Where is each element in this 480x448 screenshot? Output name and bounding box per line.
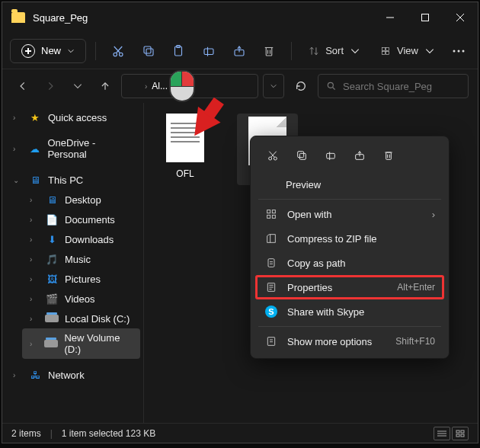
svg-rect-51 <box>267 210 270 213</box>
forward-button[interactable] <box>39 75 62 98</box>
new-button[interactable]: New <box>10 39 86 63</box>
up-button[interactable] <box>94 75 117 98</box>
status-count: 2 items <box>11 428 41 439</box>
ctx-delete-button[interactable] <box>376 144 402 167</box>
ctx-compress-zip[interactable]: Compress to ZIP file <box>255 226 444 251</box>
svg-point-5 <box>119 53 123 56</box>
address-segment[interactable]: Al... <box>152 81 168 91</box>
sidebar-quick-access[interactable]: ›★Quick access <box>5 107 140 127</box>
recent-button[interactable] <box>66 75 89 98</box>
svg-point-26 <box>457 50 459 52</box>
svg-rect-1 <box>422 14 429 21</box>
nav-row: › Al... › Search Square_Peg <box>2 69 478 103</box>
chevron-right-icon: › <box>432 209 435 220</box>
ctx-preview[interactable]: Preview <box>255 173 444 197</box>
svg-point-4 <box>114 53 117 56</box>
svg-rect-44 <box>327 153 335 158</box>
svg-rect-35 <box>461 430 464 433</box>
titlebar: Square_Peg <box>2 2 478 33</box>
copy-path-icon <box>264 257 278 269</box>
icons-view-button[interactable] <box>452 427 469 440</box>
sidebar-videos[interactable]: ›🎬Videos <box>22 289 140 309</box>
cut-button[interactable] <box>105 37 131 65</box>
svg-rect-22 <box>386 47 389 50</box>
view-button[interactable]: View <box>373 40 443 61</box>
sidebar-new-volume-d[interactable]: ›New Volume (D:) <box>22 328 140 359</box>
properties-icon <box>264 281 278 293</box>
chevron-down-icon <box>350 46 360 56</box>
sidebar-onedrive[interactable]: ›☁OneDrive - Personal <box>5 133 140 164</box>
status-bar: 2 items | 1 item selected 123 KB <box>2 423 478 443</box>
svg-rect-12 <box>204 49 213 55</box>
svg-rect-63 <box>267 338 274 346</box>
sidebar-local-disk-c[interactable]: ›Local Disk (C:) <box>22 309 140 328</box>
shortcut: Shift+F10 <box>395 336 435 347</box>
svg-rect-8 <box>146 49 153 56</box>
copy-button[interactable] <box>136 37 162 65</box>
ctx-copy-button[interactable] <box>289 144 315 167</box>
address-dropdown[interactable] <box>263 74 284 98</box>
sidebar: ›★Quick access ›☁OneDrive - Personal ⌄🖥T… <box>2 103 144 423</box>
sidebar-documents[interactable]: ›📄Documents <box>22 210 140 229</box>
rename-button[interactable] <box>196 37 222 65</box>
file-name: OFL <box>155 168 216 179</box>
ctx-rename-button[interactable] <box>318 144 344 167</box>
shortcut: Alt+Enter <box>397 282 435 293</box>
sort-button[interactable]: Sort <box>301 40 368 61</box>
svg-point-39 <box>274 157 277 160</box>
svg-point-27 <box>462 50 464 52</box>
sidebar-pictures[interactable]: ›🖼Pictures <box>22 269 140 289</box>
chevron-down-icon <box>67 47 75 55</box>
svg-rect-21 <box>382 47 385 50</box>
close-button[interactable] <box>443 2 478 33</box>
folder-icon <box>128 82 140 91</box>
view-label: View <box>397 45 418 56</box>
search-placeholder: Search Square_Peg <box>343 81 432 92</box>
back-button[interactable] <box>11 75 34 98</box>
svg-point-38 <box>269 157 272 160</box>
delete-button[interactable] <box>257 37 283 65</box>
svg-rect-42 <box>299 153 306 159</box>
svg-rect-37 <box>461 434 464 437</box>
ctx-show-more[interactable]: Show more options Shift+F10 <box>255 329 444 354</box>
sidebar-downloads[interactable]: ›⬇Downloads <box>22 229 140 249</box>
new-label: New <box>41 45 61 56</box>
window-title: Square_Peg <box>33 12 88 24</box>
ctx-properties[interactable]: Properties Alt+Enter <box>255 275 444 299</box>
maximize-button[interactable] <box>408 2 443 33</box>
svg-point-25 <box>453 50 455 52</box>
chevron-down-icon <box>424 46 435 56</box>
minimize-button[interactable] <box>373 2 408 33</box>
sidebar-this-pc[interactable]: ⌄🖥This PC <box>5 170 140 190</box>
zip-icon <box>264 232 278 245</box>
svg-rect-9 <box>144 46 151 53</box>
svg-rect-52 <box>272 210 275 213</box>
svg-line-30 <box>333 88 335 90</box>
svg-rect-36 <box>456 434 459 437</box>
svg-rect-23 <box>382 51 385 54</box>
ctx-cut-button[interactable] <box>260 144 286 167</box>
context-menu: Preview Open with › Compress to ZIP file… <box>250 136 450 359</box>
sidebar-network[interactable]: ›🖧Network <box>5 365 140 385</box>
context-action-bar <box>255 141 444 173</box>
search-icon <box>326 81 337 91</box>
svg-rect-34 <box>456 430 459 433</box>
ctx-copy-as-path[interactable]: Copy as path <box>255 251 444 275</box>
ctx-share-button[interactable] <box>347 144 373 167</box>
share-button[interactable] <box>226 37 252 65</box>
refresh-button[interactable] <box>289 74 313 98</box>
toolbar: New Sort View <box>2 33 478 69</box>
svg-rect-43 <box>298 152 304 158</box>
paste-button[interactable] <box>165 37 191 65</box>
sidebar-music[interactable]: ›🎵Music <box>22 249 140 269</box>
more-button[interactable] <box>447 39 470 63</box>
ctx-share-skype[interactable]: S Share with Skype <box>255 299 444 324</box>
search-box[interactable]: Search Square_Peg <box>318 74 469 98</box>
sidebar-desktop[interactable]: ›🖥Desktop <box>22 190 140 210</box>
annotation-mouse-icon <box>169 70 200 104</box>
details-view-button[interactable] <box>434 427 450 440</box>
svg-rect-24 <box>386 51 389 54</box>
divider <box>291 42 292 60</box>
ctx-open-with[interactable]: Open with › <box>255 202 444 226</box>
more-icon <box>264 335 278 347</box>
